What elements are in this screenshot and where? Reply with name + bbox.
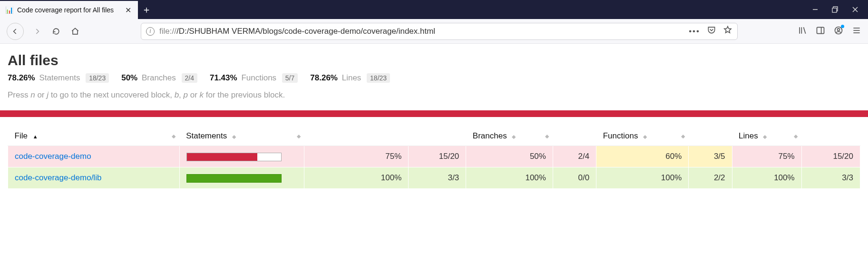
new-tab-button[interactable]: ＋ <box>138 0 155 19</box>
sort-icon: ◆ <box>545 133 549 139</box>
sidebar-icon[interactable] <box>816 26 825 37</box>
lines-frac: 15/20 <box>801 146 860 167</box>
col-branches[interactable]: Branches ◆ ◆ <box>466 127 553 146</box>
window-titlebar: 📊 Code coverage report for All files ✕ ＋ <box>0 0 868 19</box>
functions-pct: 100% <box>596 167 689 189</box>
lines-frac: 3/3 <box>801 167 860 189</box>
reload-button[interactable] <box>50 26 62 37</box>
branches-frac: 2/4 <box>553 146 596 167</box>
table-row: code-coverage-demo/lib 100% 3/3 100% 0/0… <box>8 167 860 189</box>
bookmark-star-icon[interactable] <box>723 25 732 37</box>
statements-frac: 15/20 <box>409 146 466 167</box>
sort-icon: ◆ <box>512 134 516 139</box>
help-text: Press n or j to go to the next uncovered… <box>8 90 860 100</box>
page-title: All files <box>8 52 860 68</box>
summary-branches: 50% Branches 2/4 <box>121 73 197 83</box>
branches-pct: 100% <box>466 167 553 189</box>
coverage-bar-fill <box>187 153 258 161</box>
svg-rect-2 <box>832 8 837 12</box>
forward-button[interactable] <box>31 26 43 37</box>
col-functions[interactable]: Functions ◆ ◆ <box>596 127 689 146</box>
status-bar <box>0 110 868 117</box>
col-file[interactable]: File ▲ ◆ <box>8 127 180 146</box>
site-info-icon[interactable]: i <box>146 27 155 36</box>
library-icon[interactable] <box>798 26 807 37</box>
file-link[interactable]: code-coverage-demo/lib <box>15 173 101 182</box>
branches-frac: 0/0 <box>553 167 596 189</box>
functions-pct: 60% <box>596 146 689 167</box>
functions-frac: 2/2 <box>689 167 732 189</box>
summary-lines: 78.26% Lines 18/23 <box>310 73 390 83</box>
summary-functions: 71.43% Functions 5/7 <box>210 73 298 83</box>
toolbar-right-icons <box>798 26 861 37</box>
statements-pct: 75% <box>304 146 409 167</box>
file-link[interactable]: code-coverage-demo <box>15 152 91 161</box>
sort-icon: ◆ <box>681 133 685 139</box>
sort-icon: ◆ <box>297 133 301 139</box>
tab-title: Code coverage report for All files <box>17 6 119 14</box>
sort-icon: ◆ <box>794 133 798 139</box>
col-branches-frac[interactable] <box>553 127 596 146</box>
statements-pct: 100% <box>304 167 409 189</box>
close-window-button[interactable] <box>852 6 858 13</box>
col-statements-pct[interactable] <box>304 127 409 146</box>
branches-pct: 50% <box>466 146 553 167</box>
coverage-bar <box>179 146 304 167</box>
coverage-bar-fill <box>187 175 281 182</box>
back-button[interactable] <box>7 23 24 40</box>
close-tab-button[interactable]: ✕ <box>123 6 133 15</box>
svg-point-8 <box>838 28 840 30</box>
maximize-button[interactable] <box>832 6 839 13</box>
url-protocol: file:// <box>159 27 176 36</box>
pocket-icon[interactable] <box>707 25 716 37</box>
home-button[interactable] <box>69 26 81 37</box>
url-bar[interactable]: i file:///D:/SHUBHAM VERMA/blogs/code-co… <box>141 23 738 40</box>
account-avatar-icon[interactable] <box>834 26 843 37</box>
sort-icon: ◆ <box>172 133 176 139</box>
window-controls <box>812 0 868 19</box>
col-statements-frac[interactable] <box>409 127 466 146</box>
minimize-button[interactable] <box>812 6 819 13</box>
sort-icon: ◆ <box>643 134 647 139</box>
lines-pct: 100% <box>732 167 801 189</box>
page-content: All files 78.26% Statements 18/23 50% Br… <box>0 44 868 196</box>
url-path: /D:/SHUBHAM VERMA/blogs/code-coverage-de… <box>176 27 435 36</box>
col-statements[interactable]: Statements ◆ ◆ <box>179 127 304 146</box>
sort-icon: ◆ <box>763 134 767 139</box>
svg-rect-5 <box>817 27 824 33</box>
lines-pct: 75% <box>732 146 801 167</box>
summary-statements: 78.26% Statements 18/23 <box>8 73 109 83</box>
coverage-bar <box>179 167 304 189</box>
table-row: code-coverage-demo 75% 15/20 50% 2/4 60%… <box>8 146 860 167</box>
coverage-table: File ▲ ◆ Statements ◆ ◆ Branches ◆ ◆ <box>8 127 860 189</box>
browser-tab[interactable]: 📊 Code coverage report for All files ✕ <box>0 0 138 19</box>
browser-navbar: i file:///D:/SHUBHAM VERMA/blogs/code-co… <box>0 19 868 44</box>
statements-frac: 3/3 <box>409 167 466 189</box>
tab-favicon-icon: 📊 <box>5 6 13 14</box>
sort-icon: ◆ <box>232 134 236 139</box>
col-lines-frac[interactable] <box>801 127 860 146</box>
url-text: file:///D:/SHUBHAM VERMA/blogs/code-cove… <box>159 27 435 36</box>
page-actions-icon[interactable]: ••• <box>689 27 700 36</box>
coverage-summary: 78.26% Statements 18/23 50% Branches 2/4… <box>8 73 860 83</box>
hamburger-menu-icon[interactable] <box>852 26 861 37</box>
sort-asc-icon: ▲ <box>33 134 38 139</box>
col-functions-frac[interactable] <box>689 127 732 146</box>
col-lines[interactable]: Lines ◆ ◆ <box>732 127 801 146</box>
functions-frac: 3/5 <box>689 146 732 167</box>
